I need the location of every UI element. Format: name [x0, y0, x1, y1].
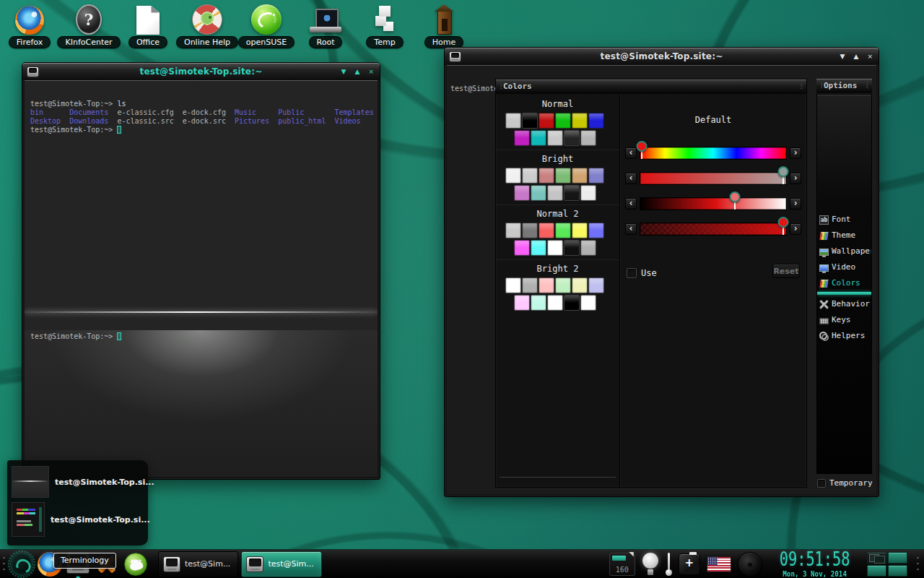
slider-hue-track[interactable]	[640, 147, 787, 160]
window-preview-0[interactable]: test@Simotek-Top.si...	[12, 466, 148, 498]
color-swatch[interactable]	[505, 168, 521, 184]
backlight-bulb-icon[interactable]	[642, 553, 659, 575]
slider-alpha-knob[interactable]	[777, 217, 788, 228]
close-button[interactable]: ×	[368, 63, 374, 80]
taskbar-task-0[interactable]: test@Sim...	[158, 551, 238, 577]
color-swatch[interactable]	[531, 185, 546, 201]
maximize-button[interactable]: ▲	[854, 48, 859, 65]
gadget-handle-icon[interactable]	[2, 555, 6, 574]
slider-lightness-right-arrow-icon[interactable]: ›	[790, 198, 801, 210]
battery-icon[interactable]	[679, 553, 700, 575]
slider-alpha-right-arrow-icon[interactable]: ›	[790, 223, 801, 235]
gadget-handle-icon[interactable]	[916, 555, 920, 574]
color-swatch[interactable]	[564, 295, 580, 311]
color-swatch[interactable]	[555, 168, 571, 184]
options-item-behavior[interactable]: Behavior	[817, 296, 871, 312]
color-swatch[interactable]	[505, 113, 521, 129]
color-swatch[interactable]	[522, 223, 538, 238]
options-item-theme[interactable]: Theme	[817, 228, 871, 243]
color-swatch[interactable]	[564, 130, 580, 146]
color-swatch[interactable]	[555, 223, 571, 238]
color-swatch[interactable]	[580, 185, 596, 201]
pager-desktop-3[interactable]	[888, 565, 907, 577]
pager-desktop-2[interactable]	[867, 565, 886, 577]
desktop-icon-office[interactable]: Office	[118, 2, 178, 48]
minimize-button[interactable]: ▼	[341, 63, 346, 80]
slider-saturation-knob[interactable]	[777, 166, 788, 177]
color-swatch[interactable]	[522, 113, 538, 129]
colors-panel-header[interactable]: Colors	[496, 79, 806, 94]
pane-split-divider[interactable]	[25, 311, 378, 313]
options-item-colors[interactable]: Colors	[817, 275, 871, 291]
slider-lightness-track[interactable]	[640, 197, 787, 210]
color-swatch[interactable]	[555, 113, 571, 129]
color-swatch[interactable]	[514, 295, 530, 311]
color-swatch[interactable]	[580, 240, 596, 256]
desktop-icon-onlinehelp[interactable]: Online Help	[178, 2, 237, 48]
color-swatch[interactable]	[547, 240, 563, 256]
color-swatch[interactable]	[522, 168, 538, 184]
color-swatch[interactable]	[539, 113, 554, 129]
slider-alpha-track[interactable]	[640, 223, 787, 236]
desktop-icon-root[interactable]: Root	[296, 2, 355, 48]
start-button[interactable]	[10, 553, 33, 576]
maximize-button[interactable]: ▲	[355, 63, 360, 80]
color-swatch[interactable]	[505, 277, 521, 293]
color-swatch[interactable]	[547, 295, 563, 311]
color-swatch[interactable]	[572, 223, 588, 238]
desktop-icon-home[interactable]: Home	[414, 2, 474, 48]
slider-saturation-left-arrow-icon[interactable]: ‹	[625, 173, 637, 184]
color-swatch[interactable]	[588, 277, 604, 293]
options-item-video[interactable]: Video	[817, 259, 871, 275]
terminal-titlebar[interactable]: test@Simotek-Top.site:~ ▼ ▲ ×	[22, 63, 380, 80]
color-swatch[interactable]	[588, 168, 604, 184]
terminal-pane-top[interactable]: test@Simotek-Top:~> lsbin Documents e-cl…	[25, 98, 378, 294]
color-swatch[interactable]	[564, 240, 580, 256]
desktop-icon-kinfocenter[interactable]: KInfoCenter	[59, 2, 118, 48]
slider-saturation-right-arrow-icon[interactable]: ›	[790, 173, 801, 184]
desktop-icon-temp[interactable]: Temp	[355, 2, 414, 48]
slider-alpha-left-arrow-icon[interactable]: ‹	[625, 223, 637, 235]
use-checkbox[interactable]	[627, 268, 637, 278]
reset-button[interactable]: Reset	[772, 264, 800, 278]
color-swatch[interactable]	[588, 113, 604, 129]
mixer-knob-icon[interactable]	[738, 552, 762, 577]
color-swatch[interactable]	[580, 130, 596, 146]
color-swatch[interactable]	[531, 295, 546, 311]
options-item-keys[interactable]: Keys	[817, 312, 871, 328]
color-swatch[interactable]	[555, 277, 571, 293]
color-swatch[interactable]	[505, 223, 521, 238]
color-swatch[interactable]	[564, 185, 580, 201]
color-swatch[interactable]	[580, 295, 596, 311]
slider-lightness-left-arrow-icon[interactable]: ‹	[625, 198, 637, 210]
color-swatch[interactable]	[531, 130, 546, 146]
color-swatch[interactable]	[572, 113, 588, 129]
terminal-pane-bottom[interactable]: test@Simotek-Top:~>	[25, 330, 378, 477]
slider-hue-knob[interactable]	[637, 141, 648, 152]
temporary-checkbox[interactable]	[817, 479, 826, 488]
slider-lightness-knob[interactable]	[730, 191, 741, 202]
keyboard-layout-flag-icon[interactable]	[707, 556, 731, 572]
close-button[interactable]: ×	[867, 48, 873, 65]
color-swatch[interactable]	[514, 185, 530, 201]
color-swatch[interactable]	[588, 223, 604, 238]
minimize-button[interactable]: ▼	[840, 48, 845, 65]
color-swatch[interactable]	[522, 277, 538, 293]
taskbar-task-1[interactable]: test@Sim...	[241, 551, 321, 577]
color-swatch[interactable]	[539, 277, 554, 293]
window-preview-1[interactable]: test@Simotek-Top.si...	[12, 502, 148, 537]
desktop-icon-firefox[interactable]: Firefox	[0, 2, 59, 48]
color-swatch[interactable]	[539, 168, 554, 184]
slider-hue-right-arrow-icon[interactable]: ›	[790, 147, 801, 159]
desktop-icon-opensuse[interactable]: openSUSE	[237, 2, 296, 48]
settings-titlebar[interactable]: test@Simotek-Top.site:~ ▼ ▲ ×	[445, 48, 879, 65]
color-swatch[interactable]	[514, 240, 530, 256]
options-item-wallpaper[interactable]: Wallpaper	[817, 243, 871, 259]
color-swatch[interactable]	[539, 223, 554, 238]
pager-desktop-0[interactable]	[867, 552, 886, 564]
color-swatch[interactable]	[547, 185, 563, 201]
options-panel-header[interactable]: Options	[816, 79, 872, 93]
color-swatch[interactable]	[547, 130, 563, 146]
amule-launcher[interactable]	[124, 553, 147, 576]
color-swatch[interactable]	[514, 130, 530, 146]
